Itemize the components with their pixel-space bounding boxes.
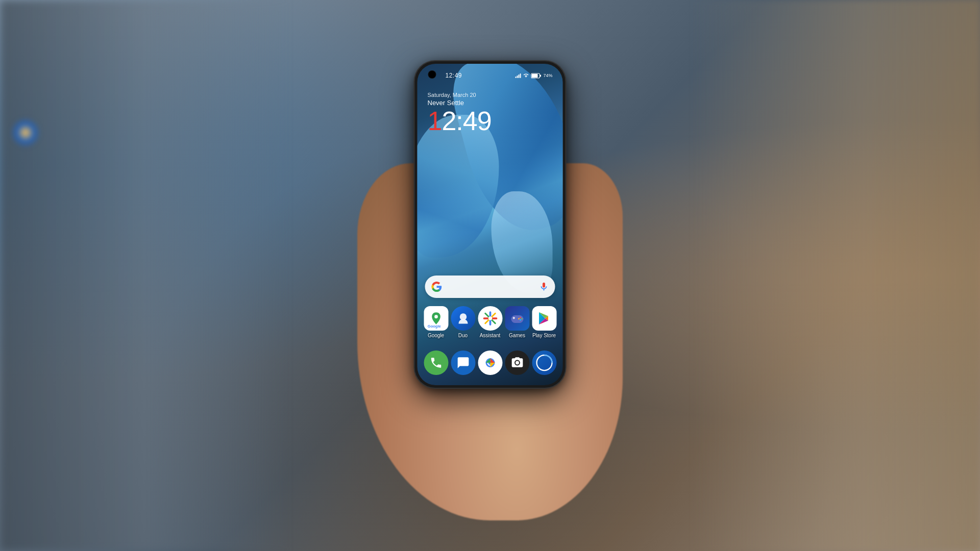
status-bar: 12:49 — [418, 68, 563, 83]
ls-clock: 12:49 — [428, 108, 492, 134]
app-grid: Google Google Duo — [423, 306, 558, 338]
battery-percentage: 74% — [543, 73, 552, 78]
app-label-games: Games — [509, 333, 525, 338]
status-time: 12:49 — [446, 72, 462, 79]
signal-icon — [515, 73, 521, 78]
light-orb — [10, 117, 41, 148]
phone: 12:49 — [415, 61, 566, 388]
punch-hole-camera — [429, 71, 436, 78]
app-icon-assistant — [478, 306, 502, 331]
mic-icon[interactable] — [539, 282, 549, 292]
app-item-google[interactable]: Google Google — [423, 306, 449, 338]
svg-rect-15 — [513, 317, 514, 319]
app-label-google: Google — [428, 333, 444, 338]
svg-rect-1 — [540, 74, 541, 77]
svg-text:Google: Google — [427, 324, 440, 329]
signal-bar-2 — [517, 76, 518, 78]
lockscreen-info: Saturday, March 20 Never Settle 12:49 — [428, 92, 492, 134]
app-icon-playstore — [532, 306, 556, 331]
app-item-duo[interactable]: Duo — [450, 306, 476, 338]
dock-icon-messages — [451, 350, 475, 375]
dock-icon-oneplus — [532, 350, 556, 375]
svg-point-12 — [488, 316, 492, 320]
dock-item-phone[interactable] — [423, 350, 449, 375]
google-g-icon — [431, 281, 443, 292]
svg-point-16 — [520, 317, 521, 318]
bg-train-left — [0, 0, 291, 551]
status-icons: 74% — [515, 73, 552, 79]
dock-icon-camera — [505, 350, 529, 375]
wallpaper-shape2 — [418, 115, 499, 258]
app-item-playstore[interactable]: Play Store — [531, 306, 557, 338]
ls-date: Saturday, March 20 — [428, 92, 492, 98]
ls-clock-rest: 2:49 — [442, 106, 491, 136]
ls-clock-red: 1 — [428, 106, 442, 136]
app-label-playstore: Play Store — [532, 333, 556, 338]
svg-point-18 — [518, 318, 520, 319]
app-item-assistant[interactable]: Assistant — [477, 306, 503, 338]
signal-bar-4 — [520, 73, 521, 78]
app-item-games[interactable]: Games — [504, 306, 530, 338]
phone-screen: 12:49 — [418, 64, 563, 385]
signal-bar-1 — [515, 77, 516, 78]
dock-item-messages[interactable] — [450, 350, 476, 375]
dock-item-camera[interactable] — [504, 350, 530, 375]
app-label-assistant: Assistant — [480, 333, 501, 338]
google-search-bar[interactable] — [425, 276, 555, 298]
app-label-duo: Duo — [458, 333, 468, 338]
svg-point-4 — [434, 315, 438, 318]
dock — [423, 350, 558, 375]
phone-wrapper: 12:49 — [388, 46, 592, 505]
bg-train-right — [689, 0, 980, 551]
svg-point-19 — [520, 319, 521, 321]
svg-rect-2 — [531, 74, 537, 78]
dock-icon-phone — [424, 350, 448, 375]
signal-bar-3 — [518, 74, 519, 78]
dock-icon-chrome — [478, 350, 502, 375]
battery-icon — [531, 73, 541, 79]
wifi-icon — [523, 73, 529, 78]
svg-point-17 — [521, 318, 523, 319]
app-icon-google: Google — [424, 306, 448, 331]
ls-tagline: Never Settle — [428, 99, 492, 107]
app-icon-games — [505, 306, 529, 331]
dock-item-chrome[interactable] — [477, 350, 503, 375]
app-icon-duo — [451, 306, 475, 331]
dock-item-oneplus[interactable] — [531, 350, 557, 375]
